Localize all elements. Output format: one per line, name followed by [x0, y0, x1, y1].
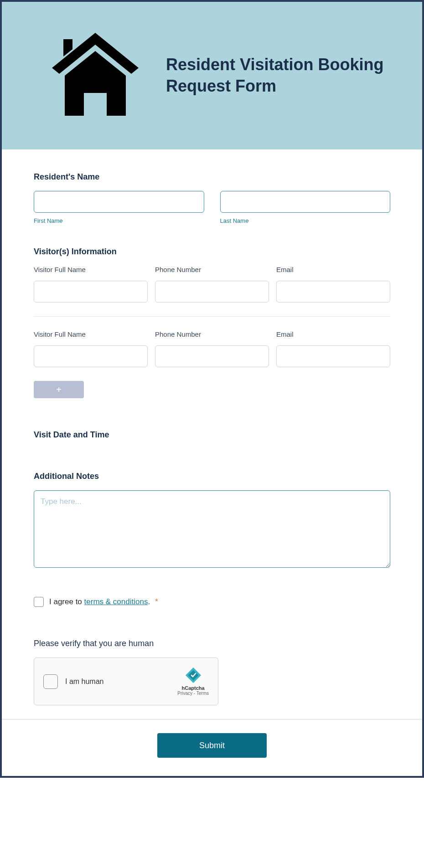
- visitor-row: Visitor Full Name Phone Number Email: [34, 330, 390, 381]
- captcha-brand-section: hCaptcha Privacy - Terms: [177, 667, 209, 696]
- captcha-brand-name: hCaptcha: [177, 685, 209, 691]
- terms-link[interactable]: terms & conditions: [84, 597, 148, 606]
- visitor-name-input[interactable]: [34, 281, 148, 303]
- captcha-text: I am human: [65, 678, 103, 686]
- visitor-row: Visitor Full Name Phone Number Email: [34, 266, 390, 317]
- terms-checkbox[interactable]: [34, 597, 44, 607]
- first-name-input[interactable]: [34, 191, 204, 213]
- visitor-name-col: Visitor Full Name: [34, 266, 148, 303]
- captcha-privacy-links[interactable]: Privacy - Terms: [177, 691, 209, 696]
- notes-label: Additional Notes: [34, 472, 390, 481]
- captcha-checkbox[interactable]: [43, 674, 58, 689]
- visitor-phone-input[interactable]: [155, 281, 269, 303]
- visitor-name-label: Visitor Full Name: [34, 266, 148, 273]
- hcaptcha-icon: [185, 667, 202, 683]
- first-name-sublabel: First Name: [34, 217, 204, 224]
- terms-suffix: .: [148, 597, 150, 606]
- resident-name-row: First Name Last Name: [34, 191, 390, 224]
- form-container: Resident Visitation Booking Request Form…: [0, 0, 424, 778]
- visitors-section-label: Visitor(s) Information: [34, 247, 390, 257]
- form-body: Resident's Name First Name Last Name Vis…: [2, 149, 422, 719]
- required-indicator: *: [155, 597, 158, 606]
- captcha-widget: I am human hCaptcha Privacy - Terms: [34, 657, 218, 705]
- form-header: Resident Visitation Booking Request Form: [2, 2, 422, 149]
- visitor-phone-col: Phone Number: [155, 330, 269, 367]
- captcha-label: Please verify that you are human: [34, 639, 390, 648]
- form-title: Resident Visitation Booking Request Form: [166, 54, 404, 97]
- visitor-email-col: Email: [276, 266, 390, 303]
- visitor-name-label: Visitor Full Name: [34, 330, 148, 338]
- terms-prefix: I agree to: [49, 597, 84, 606]
- last-name-sublabel: Last Name: [220, 217, 391, 224]
- house-icon: [47, 29, 143, 122]
- add-visitor-button[interactable]: +: [34, 381, 84, 398]
- visitor-email-label: Email: [276, 266, 390, 273]
- terms-text: I agree to terms & conditions. *: [49, 597, 158, 606]
- submit-button[interactable]: Submit: [157, 733, 267, 758]
- last-name-col: Last Name: [220, 191, 391, 224]
- captcha-left: I am human: [43, 674, 103, 689]
- visitor-phone-label: Phone Number: [155, 266, 269, 273]
- visitor-email-label: Email: [276, 330, 390, 338]
- first-name-col: First Name: [34, 191, 204, 224]
- visitor-phone-col: Phone Number: [155, 266, 269, 303]
- visitor-name-input[interactable]: [34, 345, 148, 367]
- visitor-name-col: Visitor Full Name: [34, 330, 148, 367]
- form-footer: Submit: [2, 719, 422, 776]
- notes-textarea[interactable]: [34, 490, 390, 568]
- resident-name-label: Resident's Name: [34, 172, 390, 182]
- visit-datetime-label: Visit Date and Time: [34, 430, 390, 440]
- visitor-phone-label: Phone Number: [155, 330, 269, 338]
- last-name-input[interactable]: [220, 191, 391, 213]
- visitor-email-col: Email: [276, 330, 390, 367]
- visitor-email-input[interactable]: [276, 281, 390, 303]
- terms-row: I agree to terms & conditions. *: [34, 597, 390, 607]
- visitor-email-input[interactable]: [276, 345, 390, 367]
- visitor-phone-input[interactable]: [155, 345, 269, 367]
